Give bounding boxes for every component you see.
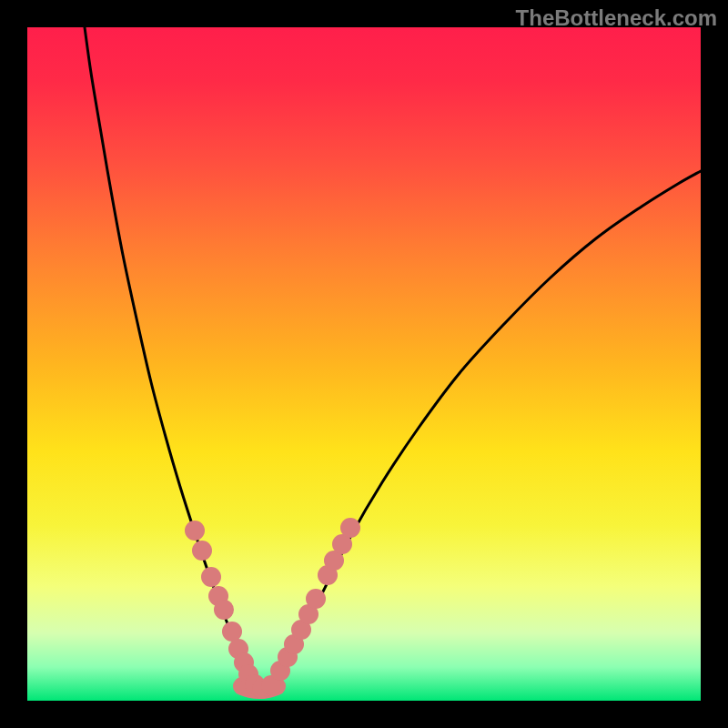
data-marker xyxy=(192,541,212,561)
watermark-text: TheBottleneck.com xyxy=(516,5,717,31)
series-right-curve xyxy=(259,171,701,688)
chart-frame xyxy=(27,27,701,701)
data-marker xyxy=(214,600,234,620)
data-marker xyxy=(185,521,205,541)
data-marker xyxy=(306,589,326,609)
data-marker xyxy=(340,518,360,538)
data-marker xyxy=(222,622,242,642)
data-marker xyxy=(201,567,221,587)
series-left-curve xyxy=(85,27,259,688)
chart-curves xyxy=(27,27,701,701)
